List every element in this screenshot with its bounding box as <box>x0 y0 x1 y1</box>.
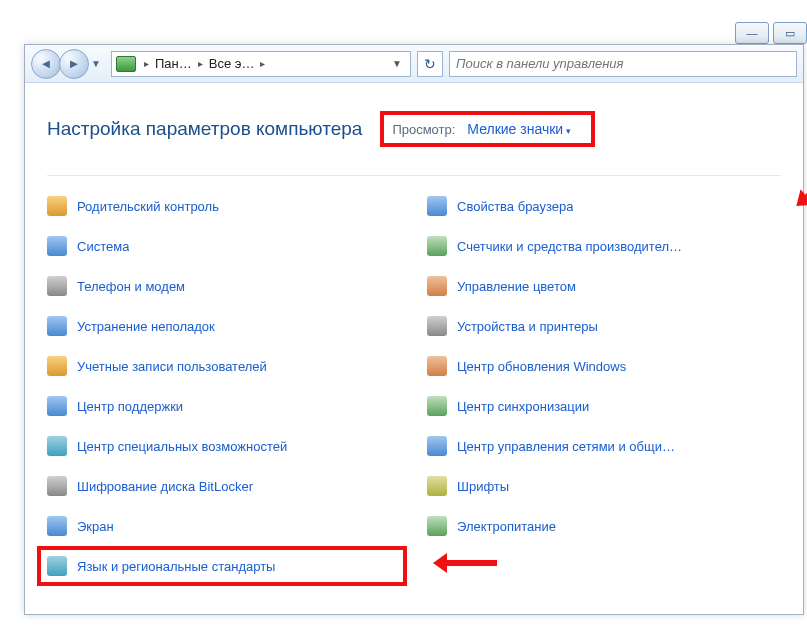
cp-item[interactable]: Телефон и модем <box>47 266 407 306</box>
cp-item-icon <box>47 556 67 576</box>
cp-item[interactable]: Свойства браузера <box>427 186 807 226</box>
cp-item-label: Система <box>77 239 129 254</box>
search-box[interactable] <box>449 51 797 77</box>
address-dropdown-icon[interactable]: ▼ <box>388 58 406 69</box>
control-panel-icon <box>116 56 136 72</box>
cp-item[interactable]: Центр синхронизации <box>427 386 807 426</box>
cp-item-label: Центр специальных возможностей <box>77 439 287 454</box>
cp-item-icon <box>47 396 67 416</box>
cp-item-icon <box>47 196 67 216</box>
cp-item-label: Шрифты <box>457 479 509 494</box>
toolbar: ◄ ► ▼ ▸ Пан… ▸ Все э… ▸ ▼ ↻ <box>25 45 803 83</box>
cp-item[interactable]: Устройства и принтеры <box>427 306 807 346</box>
cp-item[interactable]: Родительский контроль <box>47 186 407 226</box>
cp-item[interactable]: Шрифты <box>427 466 807 506</box>
cp-item-label: Учетные записи пользователей <box>77 359 267 374</box>
cp-item-icon <box>47 356 67 376</box>
cp-item-icon <box>427 356 447 376</box>
divider <box>47 175 781 176</box>
cp-item-icon <box>427 276 447 296</box>
breadcrumb-2[interactable]: Все э… <box>205 56 259 71</box>
content-area: Настройка параметров компьютера Просмотр… <box>25 83 803 614</box>
cp-item-label: Центр синхронизации <box>457 399 589 414</box>
cp-item-icon <box>427 516 447 536</box>
cp-item-label: Центр обновления Windows <box>457 359 626 374</box>
view-label: Просмотр: <box>392 122 455 137</box>
breadcrumb-1[interactable]: Пан… <box>151 56 196 71</box>
cp-item-icon <box>47 436 67 456</box>
cp-item-highlighted[interactable]: Язык и региональные стандарты <box>37 546 407 586</box>
crumb-sep-icon: ▸ <box>258 58 267 69</box>
cp-item-icon <box>47 276 67 296</box>
view-mode-highlight: Просмотр: Мелкие значки <box>380 111 594 147</box>
cp-item[interactable]: Электропитание <box>427 506 807 546</box>
back-button[interactable]: ◄ <box>31 49 61 79</box>
cp-item-icon <box>427 476 447 496</box>
cp-item[interactable]: Центр специальных возможностей <box>47 426 407 466</box>
cp-item-label: Родительский контроль <box>77 199 219 214</box>
crumb-sep-icon: ▸ <box>142 58 151 69</box>
cp-item-label: Центр поддержки <box>77 399 183 414</box>
cp-item-label: Экран <box>77 519 114 534</box>
view-mode-dropdown[interactable]: Мелкие значки <box>467 121 570 137</box>
page-title: Настройка параметров компьютера <box>47 118 362 140</box>
cp-item-icon <box>427 196 447 216</box>
maximize-button[interactable]: ▭ <box>773 22 807 44</box>
cp-item-label: Язык и региональные стандарты <box>77 559 275 574</box>
cp-item-icon <box>47 316 67 336</box>
crumb-sep-icon: ▸ <box>196 58 205 69</box>
cp-item[interactable]: Счетчики и средства производител… <box>427 226 807 266</box>
cp-item-icon <box>47 236 67 256</box>
cp-item-label: Счетчики и средства производител… <box>457 239 682 254</box>
cp-item-icon <box>47 516 67 536</box>
cp-item-label: Шифрование диска BitLocker <box>77 479 253 494</box>
annotation-arrow-bottom <box>427 546 807 586</box>
cp-item[interactable]: Устранение неполадок <box>47 306 407 346</box>
items-grid: Родительский контрольСвойства браузераСи… <box>47 186 781 586</box>
cp-item-icon <box>427 236 447 256</box>
cp-item-label: Телефон и модем <box>77 279 185 294</box>
cp-item-label: Управление цветом <box>457 279 576 294</box>
cp-item-label: Устранение неполадок <box>77 319 215 334</box>
cp-item[interactable]: Центр обновления Windows <box>427 346 807 386</box>
cp-item-icon <box>427 316 447 336</box>
cp-item[interactable]: Шифрование диска BitLocker <box>47 466 407 506</box>
minimize-button[interactable]: — <box>735 22 769 44</box>
control-panel-window: ◄ ► ▼ ▸ Пан… ▸ Все э… ▸ ▼ ↻ Настройка па… <box>24 44 804 615</box>
cp-item-label: Свойства браузера <box>457 199 573 214</box>
cp-item-label: Центр управления сетями и общи… <box>457 439 675 454</box>
cp-item[interactable]: Система <box>47 226 407 266</box>
cp-item-icon <box>427 396 447 416</box>
cp-item[interactable]: Учетные записи пользователей <box>47 346 407 386</box>
cp-item[interactable]: Управление цветом <box>427 266 807 306</box>
address-bar[interactable]: ▸ Пан… ▸ Все э… ▸ ▼ <box>111 51 411 77</box>
cp-item-label: Электропитание <box>457 519 556 534</box>
cp-item-label: Устройства и принтеры <box>457 319 598 334</box>
cp-item[interactable]: Центр поддержки <box>47 386 407 426</box>
forward-button[interactable]: ► <box>59 49 89 79</box>
nav-arrows: ◄ ► ▼ <box>31 49 105 79</box>
cp-item-icon <box>427 436 447 456</box>
header-row: Настройка параметров компьютера Просмотр… <box>47 111 781 147</box>
cp-item-icon <box>47 476 67 496</box>
window-controls: — ▭ <box>735 22 807 44</box>
cp-item[interactable]: Центр управления сетями и общи… <box>427 426 807 466</box>
cp-item[interactable]: Экран <box>47 506 407 546</box>
refresh-button[interactable]: ↻ <box>417 51 443 77</box>
search-input[interactable] <box>456 56 790 71</box>
nav-history-dropdown[interactable]: ▼ <box>87 51 105 77</box>
